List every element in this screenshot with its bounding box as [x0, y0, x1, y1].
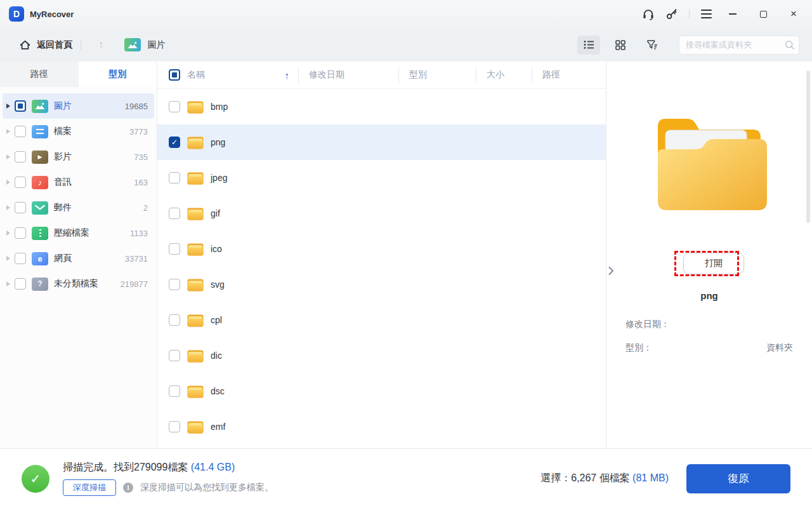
- tab-path[interactable]: 路徑: [0, 62, 79, 87]
- file-row-gif[interactable]: gif: [157, 196, 606, 231]
- row-checkbox[interactable]: [169, 350, 180, 361]
- menu-icon[interactable]: [701, 10, 712, 18]
- select-all-checkbox[interactable]: [169, 69, 180, 81]
- selection-summary: 選擇：6,267 個檔案 (81 MB): [540, 472, 669, 485]
- column-header-path[interactable]: 路徑: [542, 69, 560, 81]
- row-checkbox[interactable]: [169, 421, 180, 432]
- folder-icon: [187, 100, 204, 114]
- breadcrumb-location: 圖片: [148, 39, 166, 51]
- search-input[interactable]: [679, 36, 799, 55]
- sidebar-item-count: 1133: [130, 229, 148, 238]
- checkbox-unchecked[interactable]: [15, 227, 26, 239]
- column-header-size[interactable]: 大小: [487, 69, 504, 81]
- row-checkbox[interactable]: [169, 208, 180, 219]
- expand-caret-icon[interactable]: [6, 180, 10, 185]
- scrollbar[interactable]: [806, 70, 810, 223]
- scan-result-text: 掃描完成。找到279099檔案 (41.4 GB): [63, 461, 273, 474]
- mail-icon: [32, 201, 48, 215]
- row-checkbox[interactable]: [169, 385, 180, 397]
- folder-icon: [187, 278, 204, 291]
- sidebar-item-videos[interactable]: ▶ 影片 735: [3, 144, 154, 170]
- expand-caret-icon[interactable]: [6, 205, 10, 210]
- recover-button[interactable]: 復原: [686, 464, 790, 493]
- file-row-cpl[interactable]: cpl: [157, 302, 606, 338]
- row-checkbox-checked[interactable]: ✓: [169, 137, 180, 148]
- webpage-folder-icon: e: [32, 252, 48, 265]
- sidebar-item-label: 壓縮檔案: [54, 227, 89, 239]
- file-row-dic[interactable]: dic: [157, 338, 606, 373]
- filter-button[interactable]: [641, 36, 664, 55]
- scan-complete-icon: ✓: [22, 465, 49, 493]
- file-row-svg[interactable]: svg: [157, 267, 606, 302]
- row-checkbox[interactable]: [169, 279, 180, 290]
- checkbox-unchecked[interactable]: [15, 278, 26, 290]
- row-checkbox[interactable]: [169, 243, 180, 255]
- sidebar-item-audio[interactable]: ♪ 音訊 163: [3, 170, 154, 195]
- file-row-png[interactable]: ✓ png: [157, 124, 606, 160]
- sidebar-item-documents[interactable]: 檔案 3773: [3, 119, 154, 144]
- headset-icon[interactable]: [642, 8, 655, 20]
- column-header-date[interactable]: 修改日期: [309, 69, 344, 81]
- expand-caret-icon[interactable]: [6, 104, 10, 109]
- expand-caret-icon[interactable]: [6, 154, 10, 159]
- file-row-jpeg[interactable]: jpeg: [157, 160, 606, 196]
- folder-icon: [187, 207, 204, 220]
- grid-view-button[interactable]: [609, 36, 632, 55]
- file-name: png: [211, 137, 225, 147]
- file-row-emf[interactable]: emf: [157, 409, 606, 444]
- file-name: cpl: [211, 315, 222, 325]
- folder-icon: [187, 314, 204, 327]
- folder-icon: [187, 243, 204, 256]
- expand-caret-icon[interactable]: [6, 231, 10, 236]
- checkbox-unchecked[interactable]: [15, 202, 26, 213]
- column-header-type[interactable]: 型別: [409, 69, 427, 81]
- info-icon: i: [123, 483, 133, 493]
- row-checkbox[interactable]: [169, 172, 180, 184]
- sidebar-item-count: 3773: [129, 127, 148, 137]
- checkbox-unchecked[interactable]: [15, 253, 26, 264]
- sidebar-item-webpages[interactable]: e 網頁 33731: [3, 246, 154, 271]
- sidebar-item-label: 影片: [54, 151, 72, 163]
- scan-size-text: (41.4 GB): [191, 462, 235, 472]
- column-header-name[interactable]: 名稱: [187, 69, 205, 81]
- sidebar-item-count: 735: [134, 152, 148, 162]
- sidebar-item-label: 音訊: [54, 177, 72, 188]
- checkbox-unchecked[interactable]: [15, 177, 26, 188]
- sidebar-item-unclassified[interactable]: ? 未分類檔案 219877: [3, 271, 154, 297]
- search-icon[interactable]: [785, 40, 795, 50]
- maximize-button[interactable]: [754, 4, 773, 23]
- checkbox-indeterminate[interactable]: [15, 100, 26, 112]
- row-checkbox[interactable]: [169, 101, 180, 112]
- list-view-button[interactable]: [577, 36, 600, 55]
- sidebar-item-count: 33731: [125, 254, 148, 264]
- row-checkbox[interactable]: [169, 314, 180, 326]
- sidebar-item-mail[interactable]: 郵件 2: [3, 195, 154, 220]
- deep-scan-hint: 深度掃描可以為您找到更多檔案。: [140, 482, 273, 493]
- sidebar-item-archives[interactable]: 壓縮檔案 1133: [3, 220, 154, 246]
- up-level-icon[interactable]: ↑: [98, 39, 104, 51]
- open-button[interactable]: 打開: [683, 253, 744, 274]
- status-bar: ✓ 掃描完成。找到279099檔案 (41.4 GB) 深度掃描 i 深度掃描可…: [0, 448, 812, 508]
- column-divider: [298, 67, 299, 83]
- sort-ascending-icon[interactable]: ↑: [285, 70, 290, 81]
- deep-scan-button[interactable]: 深度掃描: [63, 479, 116, 496]
- tab-type[interactable]: 型別: [79, 62, 157, 87]
- folder-icon: [187, 136, 204, 149]
- detail-label-type: 型別：: [625, 342, 652, 354]
- checkbox-unchecked[interactable]: [15, 126, 26, 137]
- sidebar-item-pictures[interactable]: 圖片 19685: [3, 93, 154, 119]
- expand-caret-icon[interactable]: [6, 281, 10, 286]
- home-icon[interactable]: [19, 39, 31, 51]
- file-row-bmp[interactable]: bmp: [157, 89, 606, 124]
- expand-caret-icon[interactable]: [6, 256, 10, 261]
- expand-caret-icon[interactable]: [6, 129, 10, 134]
- close-button[interactable]: ×: [784, 4, 803, 23]
- register-key-icon[interactable]: [666, 8, 678, 20]
- file-row-ico[interactable]: ico: [157, 231, 606, 267]
- checkbox-unchecked[interactable]: [15, 151, 26, 163]
- panel-collapse-button[interactable]: [608, 266, 614, 277]
- preview-panel: 打開 png 修改日期： 型別： 資料夾: [606, 62, 812, 448]
- back-home-button[interactable]: 返回首頁: [37, 39, 72, 51]
- file-row-dsc[interactable]: dsc: [157, 373, 606, 409]
- minimize-button[interactable]: [723, 4, 742, 23]
